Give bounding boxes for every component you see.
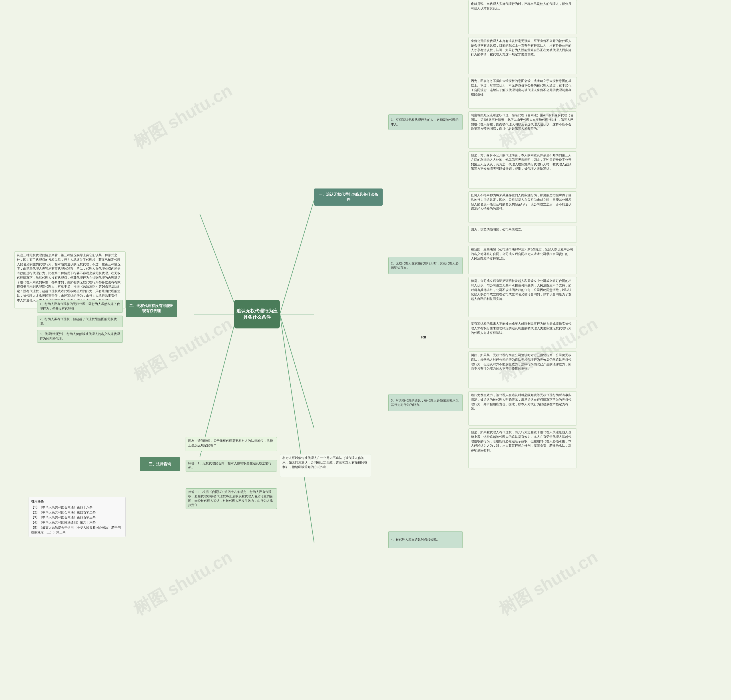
- svg-line-1: [200, 214, 234, 303]
- section-one-node: 一、追认无权代理行为应具备什么条件: [314, 188, 383, 205]
- condition-2-detail-3: 在我国，最高法院《公司法司法解释三》第3条规定，发起人以设立中公司的名义对外签订…: [468, 246, 577, 274]
- condition-1-detail-5: 但是，对于身份不公开的代理而言，本人的同意认件余全不知情的第三人之间的利润纳入人…: [468, 151, 577, 188]
- citation-item-5: 【5】《最高人民法院关于适用〈中华人民共和国公司法〉若干问题的规定（三）》第三条: [31, 525, 123, 535]
- svg-line-4: [280, 200, 314, 314]
- left-item-1: 1、行为人没有代理权的无权代理，即行为人虽然实施了代理行为，但并没有代理权: [37, 300, 123, 313]
- condition-1: 1、有权追认无权代理行为的人，必须是被代理的本人。: [388, 114, 462, 130]
- condition-2-detail-4: 但是，公司成立后有证据证明被发起人和同设立中公司成立签订合同的相对人认识，与公司…: [468, 277, 577, 317]
- condition-1-detail-2: 身份公开的被代理人本身有追认权毫无疑问。至于身份不公开的被代理人是否也享有追认权…: [468, 37, 577, 74]
- condition-1-detail: 也就是说，当代理人实施代理行为时，声称自己是他人的代理人，部分只有他人认才算其认…: [468, 0, 577, 34]
- condition-4: 4、被代理人应在追认时必须知晓。: [388, 531, 462, 548]
- condition-1-detail-3: 因为，民事务务不得由未经授权的意图创设，或者建立于未授权意图的基础上。不过，尽管…: [468, 77, 577, 109]
- left-item-2: 2、行为人虽有代理权，但超越了代理权限范围的无权代理。: [37, 316, 123, 327]
- mind-map: 追认无权代理行为应具备什么条件 二、无权代理有没有可能出现有权代理 从这三种无权…: [0, 0, 731, 700]
- condition-4-detail-1: 追行为发生效力，被代理人在追认时就必须知晓等无权代理行为所有事实情况，被追认的被…: [468, 391, 577, 426]
- section-two-node: 二、无权代理有没有可能出现有权代理: [126, 300, 177, 317]
- condition-3-detail-2: 例如，如果某一无权代理行为在公司追认时对方已撤销行为，公司仍无权追认，虽然他人对…: [468, 351, 577, 389]
- central-node: 追认无权代理行为应具备什么条件: [234, 300, 280, 329]
- section-three-a1-detail: 相对人可以催告被代理人在一个月内不追认（被代理人作答示，如无同意追认，合同被认定…: [280, 454, 371, 477]
- condition-2-detail-2: 因为：该契约须明知，公司尚未成立。: [468, 226, 577, 243]
- condition-4-detail-2: 但是，如果被代理人有代理权，而其行为追越意于被代理人关注是他人基础上看，这种追越…: [468, 429, 577, 468]
- rit-text: RIt: [419, 333, 514, 344]
- section-three-node: 三、法律咨询: [140, 457, 180, 471]
- citation-item-4: 【4】《中华人民共和国民法通则》第六十六条: [31, 520, 123, 525]
- condition-2-detail-1: 任何人不得声称为将来某且存在的人而实施行为，那更的是指据绑得了自己的行为得这认定…: [468, 191, 577, 223]
- section-three-q1: 网友：请问律师，关于无权代理需要相对人的法律地位，法律上是怎么规定的呢？: [186, 437, 277, 451]
- citation-item-2: 【2】《中华人民共和国合同法》第四百零二条: [31, 511, 123, 515]
- section-three-q2: 律答：2、根据《合同法》第四十八条规定，行为人没有代理权、超越代理权或者代理权终…: [186, 489, 277, 509]
- citation-item-1: 【1】《中华人民共和国合同法》第四十八条: [31, 505, 123, 510]
- condition-2: 2、无权代理人在实施代理行为时，其意代理人必须明知存在。: [388, 257, 462, 274]
- left-item-3: 3、代理权过已过，行为人仍然以被代理人的名义实施代理行为的无权代理。: [37, 330, 123, 343]
- connector-lines: [0, 0, 731, 700]
- citation-box: 引用法条 【1】《中华人民共和国合同法》第四十八条 【2】《中华人民共和国合同法…: [29, 497, 126, 537]
- svg-line-6: [280, 314, 314, 429]
- section-three-a1-title: 律答：1、无权代理的合同，相对人撤销权是在追认权之前行使。: [186, 460, 277, 471]
- condition-1-detail-4: 制度就由此应该看是职代理，隐名代理（合同法）第402条和身份代理（合同法）第40…: [468, 112, 577, 148]
- condition-3: 3、对无权代理的追认，被代理人必须亲意表示以其行为对行为的能力。: [388, 394, 462, 411]
- citation-item-3: 【3】《中华人民共和国合同法》第四百零三条: [31, 515, 123, 520]
- svg-line-7: [280, 314, 314, 543]
